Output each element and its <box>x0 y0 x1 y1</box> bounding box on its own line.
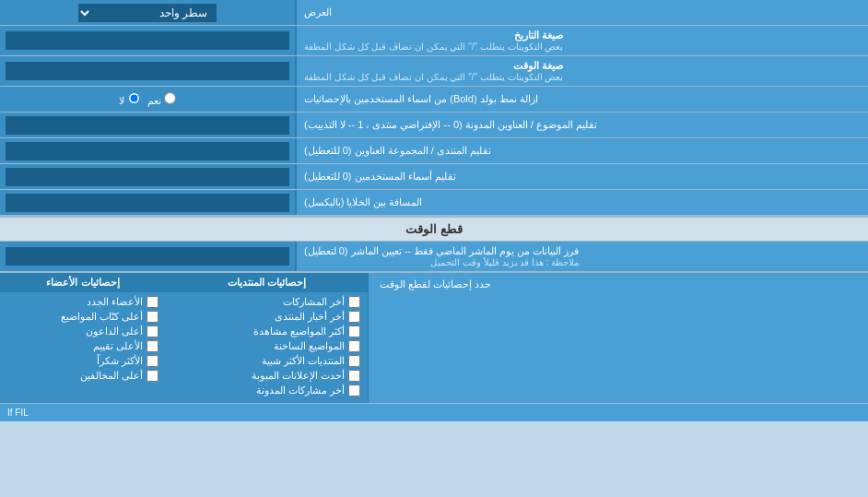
time-cutoff-input-cell: 0 <box>0 242 295 271</box>
forum-trim-input[interactable]: 33 <box>6 142 289 160</box>
list-item: الأكثر شكراً <box>7 355 158 367</box>
users-trim-input-cell: 0 <box>0 164 295 189</box>
bold-remove-row: ازالة نمط بولد (Bold) من اسماء المستخدمي… <box>0 87 868 112</box>
users-trim-row: تقليم أسماء المستخدمين (0 للتعطيل) 0 <box>0 164 868 190</box>
radio-no[interactable] <box>128 92 140 104</box>
checkbox-col2-4[interactable] <box>147 355 158 367</box>
cell-spacing-row: المسافة بين الخلايا (بالبكسل) 2 <box>0 190 868 216</box>
date-format-row: صيغة التاريخ بعض التكوينات يتطلب "/" الت… <box>0 26 868 56</box>
cell-spacing-input[interactable]: 2 <box>6 194 289 212</box>
radio-no-label: لا <box>119 92 139 107</box>
cell-spacing-label: المسافة بين الخلايا (بالبكسل) <box>295 190 868 215</box>
users-trim-input[interactable]: 0 <box>6 168 289 186</box>
checkbox-col2-1[interactable] <box>147 311 158 323</box>
display-mode-select[interactable]: سطر واحد سطرين <box>78 4 217 22</box>
checkbox-col2-3[interactable] <box>147 340 158 352</box>
checkbox-col2-0[interactable] <box>147 296 158 308</box>
checkbox-col1-5[interactable] <box>348 370 360 382</box>
col1-items: أخر المشاركات أخر أخبار المنتدى أكثر الم… <box>166 292 368 403</box>
time-cutoff-label: فرز البيانات من يوم الماشر الماضي فقط --… <box>295 242 868 271</box>
checkbox-col2-5[interactable] <box>147 370 158 382</box>
users-trim-label: تقليم أسماء المستخدمين (0 للتعطيل) <box>295 164 868 189</box>
time-format-input[interactable]: H:i <box>6 62 289 80</box>
forum-trim-input-cell: 33 <box>0 138 295 163</box>
checkbox-col1-1[interactable] <box>348 311 360 323</box>
checkbox-col1-0[interactable] <box>348 296 360 308</box>
checkboxes-col1: إحصائيات المنتديات أخر المشاركات أخر أخب… <box>166 273 369 403</box>
radio-yes-label: نعم <box>147 92 176 107</box>
list-item: أكثر المواضيع مشاهدة <box>173 325 360 337</box>
date-format-label: صيغة التاريخ بعض التكوينات يتطلب "/" الت… <box>295 26 868 55</box>
col2-header: إحصائيات الأعضاء <box>0 273 166 292</box>
list-item: أعلى كتّاب المواضيع <box>7 311 158 323</box>
checkboxes-section: حدد إحصائيات لقطع الوقت إحصائيات المنتدي… <box>0 272 868 403</box>
date-format-input[interactable]: d-m <box>6 31 289 50</box>
time-section-header: قطع الوقت <box>0 216 868 242</box>
cell-spacing-input-cell: 2 <box>0 190 295 215</box>
main-container: العرض سطر واحد سطرين صيغة التاريخ بعض ال… <box>0 0 868 421</box>
list-item: أحدث الإعلانات المبوبة <box>173 370 360 382</box>
bold-remove-label: ازالة نمط بولد (Bold) من اسماء المستخدمي… <box>295 87 868 112</box>
list-item: أخر المشاركات <box>173 296 360 308</box>
forum-trim-label: تقليم المنتدى / المجموعة العناوين (0 للت… <box>295 138 868 163</box>
list-item: أخر مشاركات المدونة <box>173 385 360 396</box>
time-format-input-cell: H:i <box>0 56 295 86</box>
display-mode-input-cell: سطر واحد سطرين <box>0 0 295 25</box>
col1-header: إحصائيات المنتديات <box>166 273 368 292</box>
checkbox-col1-6[interactable] <box>348 385 360 396</box>
checkbox-col1-4[interactable] <box>348 355 360 367</box>
topic-limit-row: تقليم الموضوع / العناوين المدونة (0 -- ا… <box>0 112 868 138</box>
display-mode-label: العرض <box>295 0 868 25</box>
list-item: المواضيع الساخنة <box>173 340 360 352</box>
checkbox-col1-3[interactable] <box>348 340 360 352</box>
list-item: الأعلى تقييم <box>7 340 158 352</box>
list-item: الأعضاء الجدد <box>7 296 158 308</box>
list-item: أخر أخبار المنتدى <box>173 311 360 323</box>
topic-limit-input-cell: 33 <box>0 112 295 137</box>
time-cutoff-row: فرز البيانات من يوم الماشر الماضي فقط --… <box>0 242 868 272</box>
time-format-label: صيغة الوقت بعض التكوينات يتطلب "/" التي … <box>295 56 868 86</box>
checkbox-col2-2[interactable] <box>147 325 158 337</box>
display-mode-row: العرض سطر واحد سطرين <box>0 0 868 26</box>
topic-limit-input[interactable]: 33 <box>6 116 289 135</box>
bold-remove-input-cell: نعم لا <box>0 87 295 112</box>
date-format-input-cell: d-m <box>0 26 295 55</box>
col2-items: الأعضاء الجدد أعلى كتّاب المواضيع أعلى ا… <box>0 292 166 388</box>
limit-label-cell: حدد إحصائيات لقطع الوقت <box>369 273 868 403</box>
topic-limit-label: تقليم الموضوع / العناوين المدونة (0 -- ا… <box>295 112 868 137</box>
checkbox-col1-2[interactable] <box>348 325 360 337</box>
forum-trim-row: تقليم المنتدى / المجموعة العناوين (0 للت… <box>0 138 868 164</box>
list-item: المنتديات الأكثر شبية <box>173 355 360 367</box>
checkboxes-col2: إحصائيات الأعضاء الأعضاء الجدد أعلى كتّا… <box>0 273 166 403</box>
time-format-row: صيغة الوقت بعض التكوينات يتطلب "/" التي … <box>0 56 868 87</box>
list-item: أعلى المخالفين <box>7 370 158 382</box>
list-item: أعلى الداعون <box>7 325 158 337</box>
time-cutoff-input[interactable]: 0 <box>6 247 289 266</box>
bottom-strip: If FIL <box>0 403 868 421</box>
radio-yes[interactable] <box>164 92 176 104</box>
